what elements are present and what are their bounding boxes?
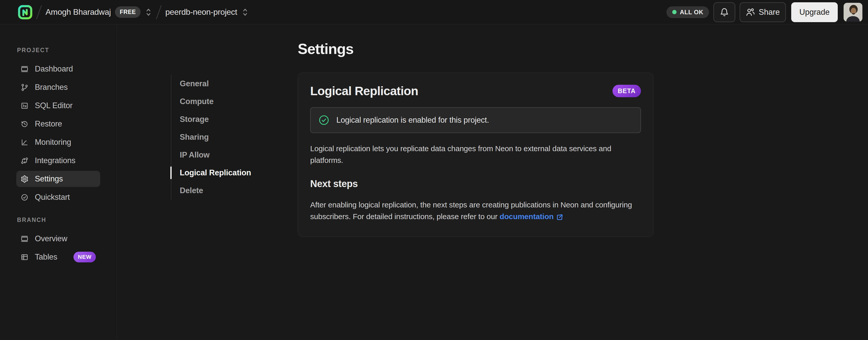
chevron-updown-icon — [241, 8, 249, 17]
settings-nav-storage[interactable]: Storage — [172, 110, 298, 128]
success-alert: Logical replication is enabled for this … — [310, 107, 641, 133]
check-circle-icon — [318, 115, 330, 126]
sidebar-item-settings[interactable]: Settings — [16, 171, 100, 187]
breadcrumb-divider — [156, 5, 162, 19]
git-branch-icon — [21, 83, 29, 91]
settings-nav-general[interactable]: General — [172, 75, 298, 93]
avatar[interactable] — [844, 3, 862, 22]
main-content: General Compute Storage Sharing IP Allow… — [117, 24, 868, 340]
users-icon — [746, 8, 755, 17]
neon-logo[interactable] — [18, 5, 33, 20]
beta-badge: BETA — [613, 85, 641, 97]
sidebar-item-branches[interactable]: Branches — [16, 79, 100, 95]
logical-replication-card: Logical Replication BETA Logical replica… — [298, 73, 653, 237]
avatar-photo — [844, 3, 862, 22]
card-header: Logical Replication BETA — [310, 84, 641, 98]
settings-nav-logical-replication[interactable]: Logical Replication — [172, 164, 298, 182]
next-steps-paragraph: After enabling logical replication, the … — [310, 199, 641, 222]
settings-subnav: General Compute Storage Sharing IP Allow… — [171, 75, 298, 200]
page-title: Settings — [298, 40, 653, 57]
settings-nav-sharing[interactable]: Sharing — [172, 128, 298, 146]
table-icon — [21, 253, 29, 261]
org-selector[interactable]: Amogh Bharadwaj FREE — [45, 6, 152, 18]
status-badge[interactable]: ALL OK — [666, 6, 709, 18]
integrations-icon — [21, 157, 29, 165]
notifications-button[interactable] — [713, 2, 735, 22]
bell-icon — [720, 8, 729, 17]
project-name: peerdb-neon-project — [165, 7, 237, 17]
sidebar-item-monitoring[interactable]: Monitoring — [16, 134, 100, 150]
check-circle-icon — [21, 193, 29, 201]
chart-icon — [21, 138, 29, 146]
breadcrumb: Amogh Bharadwaj FREE peerdb-neon-project — [18, 5, 249, 20]
sidebar-section-branch: BRANCH — [17, 217, 112, 223]
replication-description: Logical replication lets you replicate d… — [310, 143, 641, 166]
new-badge: NEW — [73, 252, 96, 262]
project-selector[interactable]: peerdb-neon-project — [165, 7, 249, 17]
upgrade-button[interactable]: Upgrade — [791, 2, 838, 22]
gear-icon — [21, 175, 29, 183]
settings-nav-compute[interactable]: Compute — [172, 93, 298, 110]
topbar: Amogh Bharadwaj FREE peerdb-neon-project… — [0, 0, 868, 24]
topbar-actions: ALL OK Share Upgrade — [666, 2, 862, 22]
sidebar-item-tables[interactable]: Tables NEW — [16, 249, 100, 265]
breadcrumb-divider — [36, 5, 42, 19]
settings-panel: Settings Logical Replication BETA Logica… — [298, 24, 653, 340]
sidebar-item-sql-editor[interactable]: SQL Editor — [16, 97, 100, 114]
dashboard-icon — [21, 65, 29, 73]
share-button[interactable]: Share — [740, 2, 786, 22]
sidebar-section-project: PROJECT — [17, 47, 112, 54]
sidebar-item-overview[interactable]: Overview — [16, 231, 100, 247]
sidebar-item-restore[interactable]: Restore — [16, 116, 100, 132]
history-icon — [21, 120, 29, 128]
sidebar: PROJECT Dashboard Branches SQL Editor — [0, 24, 117, 340]
documentation-link[interactable]: documentation — [500, 211, 563, 222]
sidebar-item-quickstart[interactable]: Quickstart — [16, 189, 100, 205]
status-dot-icon — [672, 10, 677, 14]
card-title: Logical Replication — [310, 84, 418, 98]
plan-badge: FREE — [115, 6, 141, 18]
external-link-icon — [556, 214, 563, 221]
settings-nav-ip-allow[interactable]: IP Allow — [172, 146, 298, 164]
next-steps-title: Next steps — [310, 178, 641, 189]
chevron-updown-icon — [145, 8, 152, 17]
settings-nav-delete[interactable]: Delete — [172, 182, 298, 200]
window-icon — [21, 235, 29, 243]
sidebar-item-dashboard[interactable]: Dashboard — [16, 61, 100, 77]
sidebar-item-integrations[interactable]: Integrations — [16, 152, 100, 169]
alert-text: Logical replication is enabled for this … — [336, 116, 489, 125]
org-name: Amogh Bharadwaj — [45, 7, 111, 17]
terminal-icon — [21, 102, 29, 110]
